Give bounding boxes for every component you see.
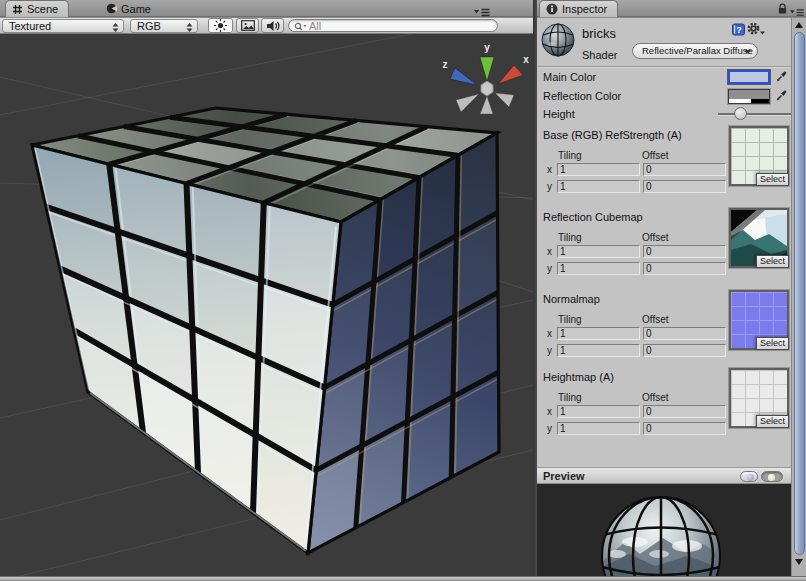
- main-color-label: Main Color: [543, 71, 596, 83]
- section-title: Reflection Cubemap: [543, 211, 643, 223]
- shader-label: Shader: [582, 49, 617, 61]
- texture-section-base: Base (RGB) RefStrength (A) Select Tiling…: [537, 129, 791, 201]
- select-texture-button[interactable]: Select: [756, 173, 789, 186]
- texture-thumbnail-base[interactable]: Select: [729, 126, 789, 186]
- search-input[interactable]: [309, 20, 489, 31]
- tiling-y-field[interactable]: [557, 180, 640, 193]
- svg-text:?: ?: [736, 25, 742, 35]
- offset-y-field[interactable]: [643, 344, 726, 357]
- tiling-header: Tiling: [558, 232, 582, 243]
- offset-x-field[interactable]: [643, 163, 726, 176]
- channel-mode-dropdown[interactable]: RGB: [130, 19, 198, 33]
- tiling-x-field[interactable]: [557, 245, 640, 258]
- inspector-tabbar: Inspector: [537, 0, 806, 17]
- reflection-color-swatch[interactable]: [728, 89, 770, 104]
- svg-text:z: z: [443, 59, 448, 70]
- tiling-header: Tiling: [558, 150, 582, 161]
- select-texture-button[interactable]: Select: [756, 415, 789, 428]
- section-title: Normalmap: [543, 293, 600, 305]
- texture-thumbnail-normalmap[interactable]: Select: [729, 290, 789, 350]
- section-title: Heightmap (A): [543, 371, 614, 383]
- offset-y-field[interactable]: [643, 262, 726, 275]
- effects-toggle-button[interactable]: [236, 18, 259, 33]
- offset-x-field[interactable]: [643, 327, 726, 340]
- offset-x-field[interactable]: [643, 245, 726, 258]
- texture-thumbnail-heightmap[interactable]: Select: [729, 368, 789, 428]
- preview-title: Preview: [543, 470, 585, 482]
- render-mode-dropdown[interactable]: Textured: [2, 19, 124, 33]
- tiling-x-field[interactable]: [557, 327, 640, 340]
- gear-icon[interactable]: [747, 22, 765, 36]
- select-texture-button[interactable]: Select: [756, 337, 789, 350]
- scene-grid-icon: [12, 4, 23, 15]
- audio-toggle-button[interactable]: [261, 18, 284, 33]
- tiling-x-field[interactable]: [557, 163, 640, 176]
- speaker-icon: [266, 20, 280, 32]
- material-preview-sphere: [537, 484, 791, 576]
- offset-x-field[interactable]: [643, 405, 726, 418]
- offset-header: Offset: [642, 392, 669, 403]
- x-axis-label: x: [547, 164, 552, 175]
- scene-tabbar: Scene Game: [0, 0, 533, 17]
- offset-y-field[interactable]: [643, 422, 726, 435]
- preview-sphere-button[interactable]: [740, 471, 758, 482]
- x-axis-label: x: [547, 406, 552, 417]
- svg-text:x: x: [523, 54, 529, 65]
- updown-arrows-icon: [186, 23, 193, 32]
- tiling-x-field[interactable]: [557, 405, 640, 418]
- height-slider-track[interactable]: [718, 113, 791, 115]
- tab-game[interactable]: Game: [100, 0, 161, 17]
- texture-section-normalmap: Normalmap Select Tiling Offset x y: [537, 293, 791, 365]
- tab-scene-label: Scene: [27, 3, 58, 15]
- x-axis-label: x: [547, 328, 552, 339]
- y-axis-label: y: [547, 263, 552, 274]
- material-name: bricks: [582, 26, 616, 41]
- header-separator: [537, 66, 791, 67]
- tab-scene[interactable]: Scene: [5, 0, 69, 17]
- svg-text:y: y: [484, 42, 490, 53]
- select-texture-button[interactable]: Select: [756, 255, 789, 268]
- window-bottom-border: [0, 576, 806, 581]
- scene-viewport[interactable]: yxz: [0, 34, 533, 576]
- material-ball-icon: [540, 22, 576, 58]
- tiling-y-field[interactable]: [557, 422, 640, 435]
- scrollbar-down-arrow[interactable]: [795, 559, 803, 565]
- inspector-pane: Inspector bricks Shader Reflective/Paral…: [537, 0, 806, 576]
- preview-header: Preview: [537, 467, 791, 484]
- preview-content[interactable]: [537, 484, 791, 576]
- scrollbar-thumb[interactable]: [794, 32, 805, 555]
- section-title: Base (RGB) RefStrength (A): [543, 129, 682, 141]
- offset-y-field[interactable]: [643, 180, 726, 193]
- tiling-y-field[interactable]: [557, 344, 640, 357]
- info-icon: [546, 3, 558, 15]
- texture-thumbnail-cubemap[interactable]: Select: [729, 208, 789, 268]
- light-dot-icon: [768, 474, 775, 481]
- inspector-scrollbar[interactable]: [791, 18, 806, 576]
- game-icon: [106, 3, 117, 14]
- texture-section-heightmap: Heightmap (A) Select Tiling Offset x y: [537, 371, 791, 443]
- lighting-toggle-button[interactable]: [208, 18, 233, 33]
- tiling-header: Tiling: [558, 314, 582, 325]
- preview-lighting-button[interactable]: [761, 471, 783, 482]
- lock-icon[interactable]: [777, 3, 788, 15]
- shader-dropdown[interactable]: Reflective/Parallax Diffuse: [632, 43, 758, 59]
- scrollbar-up-arrow[interactable]: [795, 22, 803, 28]
- tiling-header: Tiling: [558, 392, 582, 403]
- eyedropper-icon[interactable]: [776, 70, 787, 82]
- y-axis-label: y: [547, 423, 552, 434]
- tab-inspector[interactable]: Inspector: [539, 0, 618, 17]
- image-icon: [241, 20, 255, 31]
- tiling-y-field[interactable]: [557, 262, 640, 275]
- scene-search-field[interactable]: [288, 19, 498, 32]
- reflection-color-label: Reflection Color: [543, 90, 621, 102]
- reflection-alpha-bar: [729, 99, 769, 103]
- main-color-swatch[interactable]: [728, 70, 770, 84]
- offset-header: Offset: [642, 314, 669, 325]
- scene-toolbar: Textured RGB: [0, 18, 533, 34]
- height-label: Height: [543, 108, 575, 120]
- offset-header: Offset: [642, 150, 669, 161]
- updown-arrows-icon: [112, 23, 119, 32]
- help-icon[interactable]: ?: [732, 23, 745, 36]
- offset-header: Offset: [642, 232, 669, 243]
- eyedropper-icon[interactable]: [776, 89, 787, 101]
